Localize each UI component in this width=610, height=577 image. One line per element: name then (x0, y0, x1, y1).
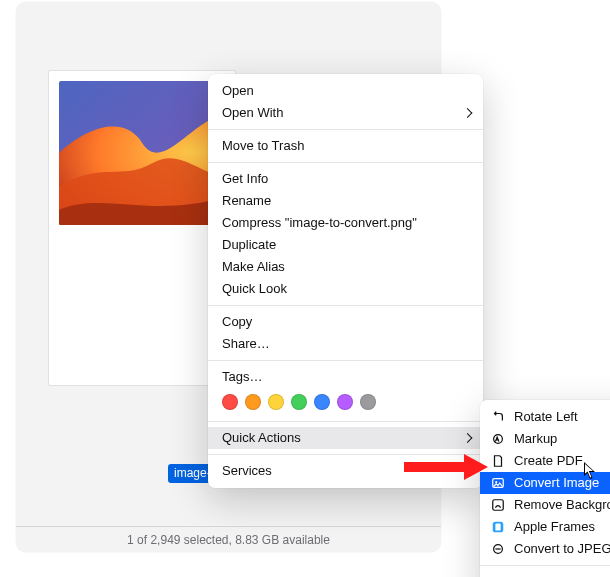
tag-dot-5[interactable] (337, 394, 353, 410)
menu-open-with[interactable]: Open With (208, 102, 483, 124)
menu-quick-look[interactable]: Quick Look (208, 278, 483, 300)
menu-quick-actions[interactable]: Quick Actions (208, 427, 483, 449)
jpeg-icon (490, 541, 506, 557)
submenu-customize[interactable]: Customize… (480, 571, 610, 577)
menu-item-label: Create PDF (514, 453, 583, 469)
arrow-callout-icon (404, 454, 488, 480)
submenu-rotate-left[interactable]: Rotate Left (480, 406, 610, 428)
menu-item-label: Apple Frames (514, 519, 595, 535)
menu-item-label: Convert to JPEG (514, 541, 610, 557)
svg-point-3 (495, 481, 497, 483)
context-menu: Open Open With Move to Trash Get Info Re… (208, 74, 483, 488)
rotate-left-icon (490, 409, 506, 425)
image-icon (490, 475, 506, 491)
tag-dot-6[interactable] (360, 394, 376, 410)
remove-bg-icon (490, 497, 506, 513)
tag-dot-3[interactable] (291, 394, 307, 410)
svg-rect-6 (495, 524, 500, 531)
menu-item-label: Remove Background (514, 497, 610, 513)
menu-separator (208, 305, 483, 306)
submenu-convert-to-jpeg[interactable]: Convert to JPEG (480, 538, 610, 560)
menu-separator (208, 421, 483, 422)
menu-open[interactable]: Open (208, 80, 483, 102)
menu-item-label: Services (222, 463, 272, 479)
apple-frames-icon (490, 519, 506, 535)
status-bar: 1 of 2,949 selected, 8.83 GB available (16, 526, 441, 552)
document-icon (490, 453, 506, 469)
menu-item-label: Quick Actions (222, 430, 301, 446)
menu-item-label: Markup (514, 431, 557, 447)
tags-row (208, 388, 483, 416)
cursor-icon (584, 462, 598, 480)
menu-move-to-trash[interactable]: Move to Trash (208, 135, 483, 157)
submenu-markup[interactable]: Markup (480, 428, 610, 450)
submenu-remove-background[interactable]: Remove Background (480, 494, 610, 516)
tag-dot-0[interactable] (222, 394, 238, 410)
menu-separator (208, 162, 483, 163)
menu-make-alias[interactable]: Make Alias (208, 256, 483, 278)
menu-item-label: Rotate Left (514, 409, 578, 425)
status-text: 1 of 2,949 selected, 8.83 GB available (127, 533, 330, 547)
menu-separator (480, 565, 610, 566)
menu-separator (208, 360, 483, 361)
tag-dot-1[interactable] (245, 394, 261, 410)
menu-separator (208, 129, 483, 130)
menu-copy[interactable]: Copy (208, 311, 483, 333)
menu-tags-label: Tags… (208, 366, 483, 388)
wallpaper-art-icon (59, 81, 225, 225)
menu-duplicate[interactable]: Duplicate (208, 234, 483, 256)
menu-rename[interactable]: Rename (208, 190, 483, 212)
tag-dot-2[interactable] (268, 394, 284, 410)
svg-rect-4 (493, 500, 504, 511)
quick-actions-submenu: Rotate Left Markup Create PDF Convert Im… (480, 400, 610, 577)
menu-compress[interactable]: Compress "image-to-convert.png" (208, 212, 483, 234)
markup-icon (490, 431, 506, 447)
menu-item-label: Open With (222, 105, 283, 121)
tag-dot-4[interactable] (314, 394, 330, 410)
menu-get-info[interactable]: Get Info (208, 168, 483, 190)
submenu-apple-frames[interactable]: Apple Frames (480, 516, 610, 538)
menu-share[interactable]: Share… (208, 333, 483, 355)
